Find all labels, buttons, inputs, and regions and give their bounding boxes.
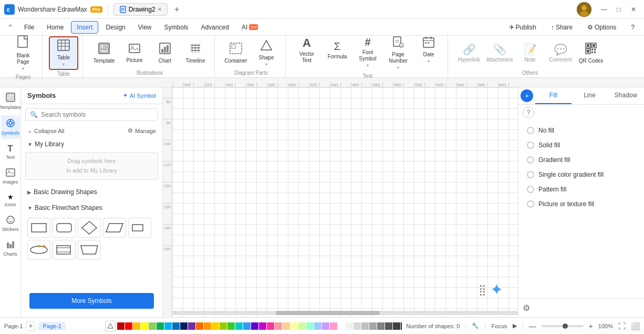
fill-option-pattern[interactable]: Pattern fill [523,184,640,195]
sidebar-item-charts[interactable]: Charts [1,237,20,260]
color-swatch[interactable] [275,322,282,330]
shape-button[interactable]: Shape ▾ [252,37,281,69]
color-swatch[interactable] [227,322,235,330]
tab-close-button[interactable]: ✕ [158,6,162,12]
shape-oval[interactable] [27,240,50,260]
fill-option-texture[interactable]: Picture or texture fill [523,198,640,210]
shape-parallelogram[interactable] [103,218,126,238]
page-number-button[interactable]: # PageNumber ▾ [383,34,413,72]
color-swatch[interactable] [220,322,227,330]
shape-settings-button[interactable]: 🔧 [472,322,479,329]
shadow-tab[interactable]: Shadow [608,87,644,104]
color-swatch[interactable] [141,322,148,330]
color-swatch[interactable] [377,322,385,330]
shape-double-rect[interactable] [53,240,76,260]
fill-tab[interactable]: Fill [535,87,572,104]
template-button[interactable]: Template [89,37,119,69]
qr-codes-button[interactable]: QR Codes [576,37,606,69]
zoom-slider[interactable] [542,325,584,327]
sidebar-item-icons[interactable]: ★ Icons [1,190,20,210]
collapse-ribbon-button[interactable]: ⌃ [4,22,17,33]
blank-page-button[interactable]: BlankPage ▾ [8,33,38,73]
table-button[interactable]: Table ▾ [49,36,78,70]
help-button[interactable]: ? [626,22,640,33]
color-swatch[interactable] [267,322,274,330]
ai-symbol-button[interactable]: ✦ AI Symbol [123,92,156,99]
canvas-grid[interactable]: ⣿ ✦ [172,87,518,317]
color-swatch[interactable] [196,322,203,330]
color-swatch[interactable] [164,322,172,330]
menu-symbols[interactable]: Symbols [159,22,194,33]
color-swatch[interactable] [212,322,219,330]
color-swatch[interactable] [117,322,124,330]
formula-button[interactable]: Σ Formula [323,34,352,66]
menu-ai[interactable]: AI hot [236,22,263,33]
collapse-all-button[interactable]: ⌄ Collapse All [27,127,64,134]
color-swatch[interactable] [290,322,298,330]
menu-view[interactable]: View [133,22,157,33]
shape-diamond[interactable] [78,218,101,238]
document-tab[interactable]: Drawing2 ✕ [113,3,168,16]
timeline-button[interactable]: Timeline [181,37,210,69]
color-swatch[interactable] [385,322,392,330]
color-swatch[interactable] [322,322,329,330]
line-tab[interactable]: Line [572,87,608,104]
share-button[interactable]: ↑ Share [546,22,578,33]
vector-text-button[interactable]: A VectorText [292,34,321,66]
sidebar-item-text[interactable]: T Text [1,141,20,163]
hyperlink-button[interactable]: 🔗 Hyperlink [454,37,484,69]
color-swatch[interactable] [243,322,251,330]
sidebar-item-stickers[interactable]: Stickers [1,212,20,235]
menu-file[interactable]: File [19,22,39,33]
color-picker-button[interactable] [105,321,116,331]
color-swatch[interactable] [314,322,321,330]
color-swatch[interactable] [393,322,400,330]
color-swatch[interactable] [330,322,337,330]
note-button[interactable]: 📝 Note [515,37,545,69]
basic-flowchart-shapes-header[interactable]: ▼ Basic Flowchart Shapes [21,202,162,214]
close-button[interactable]: ✕ [627,5,640,14]
sidebar-item-symbols[interactable]: Symbols [1,115,20,139]
shape-rounded-rect[interactable] [53,218,76,238]
options-button[interactable]: ⚙ Options [582,22,621,33]
menu-home[interactable]: Home [41,22,69,33]
color-swatch[interactable] [298,322,306,330]
horizontal-scrollbar[interactable] [172,311,518,315]
shape-manual[interactable] [78,240,101,260]
color-swatch[interactable] [157,322,164,330]
color-swatch[interactable] [172,322,180,330]
color-swatch[interactable] [346,322,353,330]
expand-button[interactable]: ⛶ [618,322,626,330]
date-button[interactable]: Date ▾ [414,34,443,66]
fullscreen-button[interactable]: ⬜ [631,322,640,330]
color-swatch[interactable] [188,322,195,330]
play-button[interactable]: ▶ [513,322,517,329]
panel-help-button[interactable]: ? [523,107,534,118]
color-swatch[interactable] [361,322,369,330]
color-swatch[interactable] [180,322,188,330]
color-swatch[interactable] [354,322,361,330]
panel-collapse-button[interactable]: » [521,89,533,102]
menu-advanced[interactable]: Advanced [196,22,234,33]
font-symbol-button[interactable]: # FontSymbol ▾ [353,34,382,70]
color-swatch[interactable] [235,322,243,330]
current-page-tab[interactable]: Page-1 [38,322,65,330]
color-swatch[interactable] [306,322,314,330]
more-symbols-button[interactable]: More Symbols [29,293,154,309]
sidebar-item-templates[interactable]: Templates [1,89,20,113]
scrollbar-thumb[interactable] [276,311,379,315]
color-swatch[interactable] [251,322,258,330]
shape-rect[interactable] [27,218,50,238]
color-swatch[interactable] [338,322,345,330]
menu-insert[interactable]: Insert [71,21,98,34]
attachment-button[interactable]: 📎 Attachment [485,37,514,69]
fill-option-solid[interactable]: Solid fill [523,139,640,151]
add-page-button[interactable]: + [26,321,35,331]
color-swatch[interactable] [204,322,211,330]
color-swatch[interactable] [149,322,156,330]
color-swatch[interactable] [259,322,266,330]
fill-option-gradient[interactable]: Gradient fill [523,154,640,166]
panel-settings-button[interactable]: ⚙ [523,303,530,313]
comment-button[interactable]: 💬 Comment [546,37,575,69]
canvas-container[interactable]: 80 90 100 110 120 130 140 150 ⣿ ✦ [163,87,518,317]
